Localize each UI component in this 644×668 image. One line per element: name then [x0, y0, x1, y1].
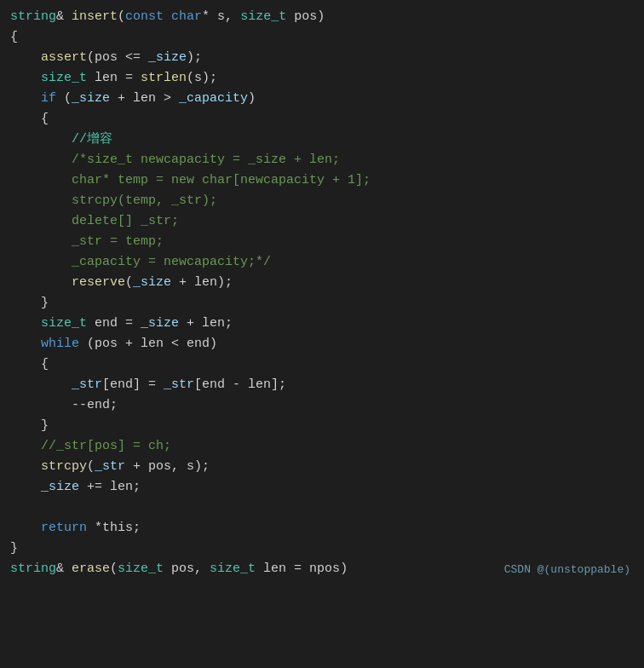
- code-line: string& insert(const char* s, size_t pos…: [0, 7, 644, 27]
- code-line: //_str[pos] = ch;: [0, 436, 644, 457]
- code-line: reserve(_size + len);: [0, 273, 644, 293]
- code-line: while (pos + len < end): [0, 334, 644, 354]
- code-line: strcpy(temp, _str);: [0, 191, 644, 211]
- code-line: {: [0, 109, 644, 130]
- code-line: _size += len;: [0, 477, 644, 498]
- code-line: char* temp = new char[newcapacity + 1];: [0, 170, 644, 191]
- code-line: assert(pos <= _size);: [0, 48, 644, 68]
- code-line: _capacity = newcapacity;*/: [0, 252, 644, 273]
- code-line: strcpy(_str + pos, s);: [0, 457, 644, 477]
- code-line: delete[] _str;: [0, 211, 644, 232]
- code-line: /*size_t newcapacity = _size + len;: [0, 150, 644, 170]
- code-line: size_t len = strlen(s);: [0, 68, 644, 89]
- code-line: {: [0, 354, 644, 375]
- code-line: _str = temp;: [0, 232, 644, 252]
- code-line: {: [0, 27, 644, 48]
- code-block: string& insert(const char* s, size_t pos…: [0, 0, 644, 586]
- code-line: }: [0, 538, 644, 559]
- code-line: _str[end] = _str[end - len];: [0, 375, 644, 395]
- code-line: //增容: [0, 130, 644, 150]
- footer-attribution: CSDN @(unstoppable): [504, 561, 630, 579]
- code-line: }: [0, 416, 644, 436]
- code-line: return *this;: [0, 518, 644, 538]
- code-line: }: [0, 293, 644, 314]
- code-line: if (_size + len > _capacity): [0, 89, 644, 109]
- code-line: size_t end = _size + len;: [0, 314, 644, 334]
- code-line: [0, 498, 644, 518]
- code-line: --end;: [0, 395, 644, 416]
